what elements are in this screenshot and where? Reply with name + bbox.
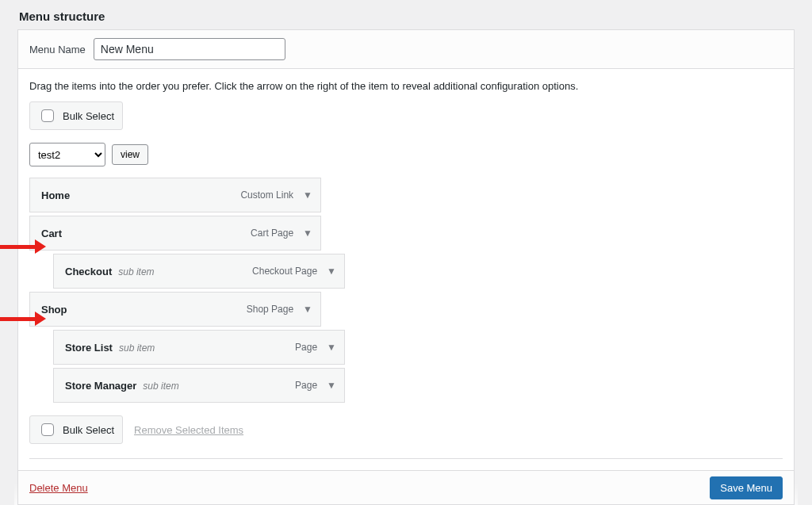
menu-item-title: Home — [41, 189, 70, 201]
menu-item-type: Page — [295, 380, 317, 391]
menu-name-row: Menu Name — [18, 30, 794, 69]
menu-item-type: Cart Page — [251, 228, 293, 239]
sub-item-tag: sub item — [143, 381, 178, 392]
chevron-down-icon[interactable]: ▼ — [303, 189, 312, 201]
remove-selected-link[interactable]: Remove Selected Items — [134, 424, 243, 436]
menu-name-input[interactable] — [94, 38, 285, 60]
menu-item-storemanager[interactable]: Store Manager sub item Page ▼ — [53, 368, 345, 403]
bulk-select-bottom-label: Bulk Select — [63, 424, 114, 436]
menu-item-title: Store List — [65, 342, 113, 354]
menu-item-title: Store Manager — [65, 380, 136, 392]
bulk-select-bottom-checkbox[interactable] — [41, 423, 54, 436]
bulk-select-top-checkbox[interactable] — [41, 109, 54, 122]
menu-item-storelist[interactable]: Store List sub item Page ▼ — [53, 330, 345, 365]
chevron-down-icon[interactable]: ▼ — [303, 304, 312, 315]
menu-item-type: Shop Page — [247, 304, 293, 315]
menu-name-label: Menu Name — [29, 44, 86, 55]
menu-select[interactable]: test2 — [29, 143, 105, 166]
chevron-down-icon[interactable]: ▼ — [327, 266, 336, 277]
delete-menu-link[interactable]: Delete Menu — [29, 482, 88, 494]
menu-item-checkout[interactable]: Checkout sub item Checkout Page ▼ — [53, 254, 345, 289]
chevron-down-icon[interactable]: ▼ — [327, 342, 336, 353]
bulk-select-top[interactable]: Bulk Select — [29, 101, 123, 130]
menu-item-type: Checkout Page — [252, 266, 317, 277]
menu-item-cart[interactable]: Cart Cart Page ▼ — [29, 216, 321, 251]
menu-item-home[interactable]: Home Custom Link ▼ — [29, 178, 321, 212]
chevron-down-icon[interactable]: ▼ — [303, 228, 312, 239]
view-button[interactable]: view — [112, 144, 148, 165]
menu-item-title: Cart — [41, 228, 62, 239]
sub-item-tag: sub item — [118, 266, 154, 277]
page-title: Menu structure — [0, 0, 812, 29]
instructions-text: Drag the items into the order you prefer… — [18, 69, 794, 95]
separator — [29, 458, 783, 459]
menu-panel: Menu Name Drag the items into the order … — [17, 29, 795, 505]
panel-footer: Delete Menu Save Menu — [17, 470, 795, 505]
chevron-down-icon[interactable]: ▼ — [327, 380, 336, 391]
sub-item-tag: sub item — [119, 342, 155, 354]
menu-item-type: Custom Link — [240, 189, 293, 201]
menu-items-list: Home Custom Link ▼ Cart Cart Page ▼ — [29, 178, 783, 403]
menu-item-type: Page — [295, 342, 317, 353]
menu-item-title: Shop — [41, 304, 67, 316]
bulk-select-top-label: Bulk Select — [63, 110, 114, 122]
save-menu-button[interactable]: Save Menu — [710, 476, 783, 499]
menu-item-shop[interactable]: Shop Shop Page ▼ — [29, 292, 321, 327]
menu-item-title: Checkout — [65, 266, 112, 277]
bulk-select-bottom[interactable]: Bulk Select — [29, 415, 123, 444]
